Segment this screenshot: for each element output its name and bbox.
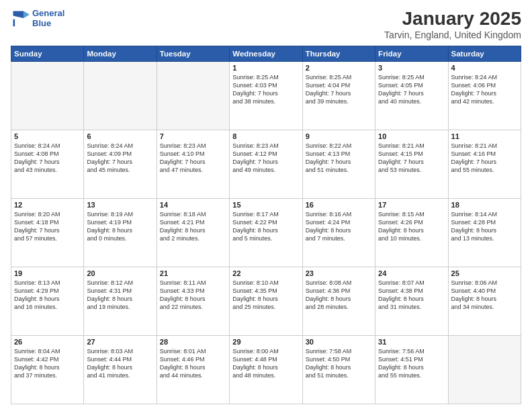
day-number: 16 [306,201,372,209]
day-info: Sunrise: 8:25 AMSunset: 4:05 PMDaylight:… [378,73,445,106]
calendar-week-row: 19Sunrise: 8:13 AMSunset: 4:29 PMDayligh… [11,267,521,336]
col-monday: Monday [84,46,157,62]
table-row: 11Sunrise: 8:21 AMSunset: 4:16 PMDayligh… [448,130,521,199]
col-wednesday: Wednesday [230,46,302,62]
table-row: 12Sunrise: 8:20 AMSunset: 4:18 PMDayligh… [11,199,84,267]
day-number: 6 [87,132,153,140]
table-row: 22Sunrise: 8:10 AMSunset: 4:35 PMDayligh… [230,267,302,336]
table-row: 31Sunrise: 7:56 AMSunset: 4:51 PMDayligh… [375,336,448,404]
day-info: Sunrise: 8:12 AMSunset: 4:31 PMDaylight:… [87,279,153,312]
table-row: 8Sunrise: 8:23 AMSunset: 4:12 PMDaylight… [230,130,302,199]
table-row: 13Sunrise: 8:19 AMSunset: 4:19 PMDayligh… [84,199,157,267]
day-info: Sunrise: 8:19 AMSunset: 4:19 PMDaylight:… [87,210,153,243]
table-row: 23Sunrise: 8:08 AMSunset: 4:36 PMDayligh… [302,267,375,336]
logo: General Blue [11,8,64,28]
table-row: 30Sunrise: 7:58 AMSunset: 4:50 PMDayligh… [302,336,375,404]
day-number: 27 [87,338,153,346]
table-row: 26Sunrise: 8:04 AMSunset: 4:42 PMDayligh… [11,336,84,404]
day-number: 17 [378,201,445,209]
day-info: Sunrise: 8:21 AMSunset: 4:15 PMDaylight:… [378,142,445,175]
subtitle: Tarvin, England, United Kingdom [384,30,521,40]
table-row: 4Sunrise: 8:24 AMSunset: 4:06 PMDaylight… [448,62,521,130]
table-row [11,62,84,130]
day-info: Sunrise: 8:15 AMSunset: 4:26 PMDaylight:… [378,210,445,243]
day-info: Sunrise: 8:13 AMSunset: 4:29 PMDaylight:… [14,279,81,312]
table-row: 24Sunrise: 8:07 AMSunset: 4:38 PMDayligh… [375,267,448,336]
day-number: 21 [160,269,226,277]
table-row: 17Sunrise: 8:15 AMSunset: 4:26 PMDayligh… [375,199,448,267]
day-info: Sunrise: 8:03 AMSunset: 4:44 PMDaylight:… [87,347,153,380]
logo-text: General Blue [32,8,64,28]
col-friday: Friday [375,46,448,62]
day-info: Sunrise: 8:23 AMSunset: 4:10 PMDaylight:… [160,142,226,175]
day-info: Sunrise: 8:24 AMSunset: 4:09 PMDaylight:… [87,142,153,175]
table-row: 7Sunrise: 8:23 AMSunset: 4:10 PMDaylight… [157,130,229,199]
calendar-week-row: 26Sunrise: 8:04 AMSunset: 4:42 PMDayligh… [11,336,521,404]
day-info: Sunrise: 8:16 AMSunset: 4:24 PMDaylight:… [306,210,372,243]
day-number: 25 [451,269,518,277]
day-number: 10 [378,132,445,140]
table-row: 20Sunrise: 8:12 AMSunset: 4:31 PMDayligh… [84,267,157,336]
day-number: 15 [232,201,299,209]
day-info: Sunrise: 8:01 AMSunset: 4:46 PMDaylight:… [160,347,226,380]
day-info: Sunrise: 8:18 AMSunset: 4:21 PMDaylight:… [160,210,226,243]
day-number: 29 [232,338,299,346]
day-number: 11 [451,132,518,140]
day-info: Sunrise: 8:21 AMSunset: 4:16 PMDaylight:… [451,142,518,175]
table-row: 1Sunrise: 8:25 AMSunset: 4:03 PMDaylight… [230,62,302,130]
table-row [448,336,521,404]
day-number: 18 [451,201,518,209]
day-number: 3 [378,64,445,72]
table-row: 29Sunrise: 8:00 AMSunset: 4:48 PMDayligh… [230,336,302,404]
day-info: Sunrise: 8:10 AMSunset: 4:35 PMDaylight:… [232,279,299,312]
day-info: Sunrise: 8:07 AMSunset: 4:38 PMDaylight:… [378,279,445,312]
table-row: 21Sunrise: 8:11 AMSunset: 4:33 PMDayligh… [157,267,229,336]
day-number: 22 [232,269,299,277]
day-info: Sunrise: 8:11 AMSunset: 4:33 PMDaylight:… [160,279,226,312]
calendar-week-row: 5Sunrise: 8:24 AMSunset: 4:08 PMDaylight… [11,130,521,199]
day-number: 30 [306,338,372,346]
table-row: 16Sunrise: 8:16 AMSunset: 4:24 PMDayligh… [302,199,375,267]
calendar-week-row: 12Sunrise: 8:20 AMSunset: 4:18 PMDayligh… [11,199,521,267]
calendar-header-row: Sunday Monday Tuesday Wednesday Thursday… [11,46,521,62]
col-thursday: Thursday [302,46,375,62]
day-number: 9 [306,132,372,140]
day-number: 19 [14,269,81,277]
day-info: Sunrise: 8:23 AMSunset: 4:12 PMDaylight:… [232,142,299,175]
day-info: Sunrise: 7:56 AMSunset: 4:51 PMDaylight:… [378,347,445,380]
day-info: Sunrise: 8:24 AMSunset: 4:08 PMDaylight:… [14,142,81,175]
day-number: 2 [306,64,372,72]
day-info: Sunrise: 8:17 AMSunset: 4:22 PMDaylight:… [232,210,299,243]
day-number: 14 [160,201,226,209]
table-row: 6Sunrise: 8:24 AMSunset: 4:09 PMDaylight… [84,130,157,199]
day-number: 12 [14,201,81,209]
day-number: 1 [232,64,299,72]
table-row: 28Sunrise: 8:01 AMSunset: 4:46 PMDayligh… [157,336,229,404]
table-row: 9Sunrise: 8:22 AMSunset: 4:13 PMDaylight… [302,130,375,199]
day-number: 13 [87,201,153,209]
calendar-table: Sunday Monday Tuesday Wednesday Thursday… [11,46,521,404]
table-row: 2Sunrise: 8:25 AMSunset: 4:04 PMDaylight… [302,62,375,130]
day-info: Sunrise: 8:04 AMSunset: 4:42 PMDaylight:… [14,347,81,380]
table-row: 25Sunrise: 8:06 AMSunset: 4:40 PMDayligh… [448,267,521,336]
day-info: Sunrise: 8:08 AMSunset: 4:36 PMDaylight:… [306,279,372,312]
day-info: Sunrise: 8:14 AMSunset: 4:28 PMDaylight:… [451,210,518,243]
day-number: 31 [378,338,445,346]
calendar-week-row: 1Sunrise: 8:25 AMSunset: 4:03 PMDaylight… [11,62,521,130]
svg-rect-3 [13,19,15,27]
day-number: 24 [378,269,445,277]
day-info: Sunrise: 8:25 AMSunset: 4:03 PMDaylight:… [232,73,299,106]
page: General Blue January 2025 Tarvin, Englan… [0,0,532,411]
day-info: Sunrise: 8:25 AMSunset: 4:04 PMDaylight:… [306,73,372,106]
col-sunday: Sunday [11,46,84,62]
day-number: 26 [14,338,81,346]
day-number: 28 [160,338,226,346]
title-block: January 2025 Tarvin, England, United Kin… [384,8,521,40]
table-row: 10Sunrise: 8:21 AMSunset: 4:15 PMDayligh… [375,130,448,199]
day-number: 23 [306,269,372,277]
day-info: Sunrise: 8:20 AMSunset: 4:18 PMDaylight:… [14,210,81,243]
table-row: 15Sunrise: 8:17 AMSunset: 4:22 PMDayligh… [230,199,302,267]
day-info: Sunrise: 8:22 AMSunset: 4:13 PMDaylight:… [306,142,372,175]
table-row: 14Sunrise: 8:18 AMSunset: 4:21 PMDayligh… [157,199,229,267]
day-info: Sunrise: 8:00 AMSunset: 4:48 PMDaylight:… [232,347,299,380]
